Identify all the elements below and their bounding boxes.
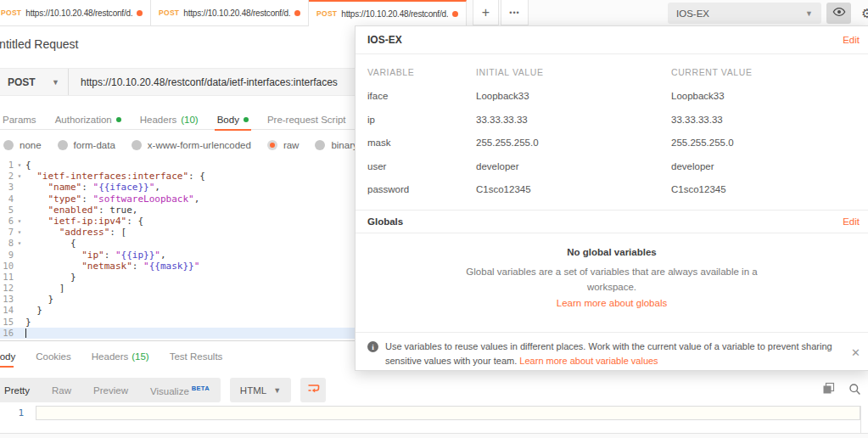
radio-icon <box>3 140 14 150</box>
close-icon[interactable]: ✕ <box>851 346 860 359</box>
variable-name: ip <box>367 109 476 132</box>
wrap-lines-icon <box>307 382 320 398</box>
url-input[interactable]: https://10.10.20.48/restconf/data/ietf-i… <box>69 76 338 88</box>
fold-caret-icon[interactable]: ▾ <box>14 238 25 249</box>
environment-selector[interactable]: IOS-EX ▼ <box>668 3 821 24</box>
column-variable: VARIABLE <box>367 59 476 85</box>
line-number: 12 <box>0 283 14 294</box>
edit-globals-link[interactable]: Edit <box>843 216 860 227</box>
tab-pre-request-script[interactable]: Pre-request Script <box>258 109 356 130</box>
fold-caret-icon[interactable]: ▾ <box>14 160 25 171</box>
line-number: 11 <box>0 272 14 283</box>
variable-row: mask255.255.255.0255.255.255.0 <box>367 132 856 155</box>
code-text: "ip": "{{ip}}", <box>25 250 166 261</box>
mode-form-data[interactable]: form-data <box>58 140 115 150</box>
code-text: "ietf-interfaces:interface": { <box>25 171 205 182</box>
fold-caret-icon[interactable]: ▾ <box>14 227 25 238</box>
learn-more-variable-values-link[interactable]: Learn more about variable values <box>519 356 658 366</box>
variable-row: ip33.33.33.3333.33.33.33 <box>367 109 856 132</box>
tab-strip: POST https://10.10.20.48/restconf/d... P… <box>0 0 868 26</box>
code-text: "address": [ <box>25 227 126 238</box>
tab-authorization[interactable]: Authorization <box>46 109 131 130</box>
environment-name: IOS-EX <box>676 8 709 19</box>
response-body-line[interactable] <box>36 406 860 420</box>
view-toggle-group: Pretty Raw Preview VisualizeBETA <box>0 378 221 402</box>
tab-url-label: https://10.10.20.48/restconf/d... <box>183 8 290 18</box>
response-tab-cookies[interactable]: Cookies <box>25 344 81 369</box>
line-number: 6 <box>0 216 14 227</box>
radio-selected-icon <box>267 140 277 150</box>
gutter-spacer <box>14 194 25 205</box>
line-number: 1 <box>0 160 14 171</box>
environment-quicklook-button[interactable] <box>826 3 851 24</box>
code-text: ] <box>25 283 64 294</box>
radio-icon <box>58 140 68 150</box>
beta-badge: BETA <box>192 385 210 392</box>
code-text: } <box>25 294 53 305</box>
variable-initial-value: Loopback33 <box>476 85 671 109</box>
line-number: 2 <box>0 171 14 182</box>
response-tab-test-results[interactable]: Test Results <box>160 344 233 369</box>
search-response-button[interactable] <box>848 383 861 399</box>
request-tab-1[interactable]: POST https://10.10.20.48/restconf/d... <box>0 0 151 26</box>
tab-options-button[interactable]: ••• <box>501 0 529 25</box>
mode-binary[interactable]: binary <box>315 140 357 150</box>
edit-environment-link[interactable]: Edit <box>843 35 860 45</box>
request-tab-2[interactable]: POST https://10.10.20.48/restconf/d... <box>151 0 309 26</box>
mode-none[interactable]: none <box>3 140 42 150</box>
variable-current-value: 255.255.255.0 <box>671 132 856 155</box>
gutter-spacer <box>14 205 25 216</box>
request-title: Untitled Request <box>0 37 79 51</box>
gutter-spacer <box>14 328 25 339</box>
variable-initial-value: 255.255.255.0 <box>476 132 671 155</box>
text-cursor <box>25 328 26 338</box>
variable-name: mask <box>367 132 476 155</box>
fold-caret-icon[interactable]: ▾ <box>14 216 25 227</box>
response-tab-body[interactable]: Body <box>0 344 25 369</box>
view-visualize[interactable]: VisualizeBETA <box>139 385 221 396</box>
line-number: 7 <box>0 227 14 238</box>
gear-icon: ⚙ <box>861 6 868 21</box>
status-dot-icon <box>116 117 121 122</box>
status-dot-icon <box>244 117 249 122</box>
tab-method-label: POST <box>316 9 337 18</box>
column-current-value: CURRENT VALUE <box>671 59 856 85</box>
variable-initial-value: C1sco12345 <box>476 178 671 202</box>
method-dropdown[interactable]: POST ▼ <box>0 69 69 95</box>
method-label: POST <box>8 76 36 88</box>
variables-info-banner: i Use variables to reuse values in diffe… <box>356 332 868 371</box>
variable-row: userdeveloperdeveloper <box>367 155 856 179</box>
variable-initial-value: developer <box>476 155 671 179</box>
request-tab-3-active[interactable]: POST https://10.10.20.48/restconf/d... <box>309 0 467 26</box>
tab-params[interactable]: Params <box>0 109 46 130</box>
settings-button[interactable]: ⚙ <box>856 3 868 24</box>
tab-url-label: https://10.10.20.48/restconf/d... <box>25 8 132 18</box>
chevron-down-icon: ▼ <box>52 78 59 87</box>
fold-caret-icon[interactable]: ▾ <box>14 171 25 182</box>
learn-more-globals-link[interactable]: Learn more about globals <box>356 298 868 308</box>
variables-table-header: VARIABLE INITIAL VALUE CURRENT VALUE <box>367 59 856 85</box>
response-tab-headers[interactable]: Headers(15) <box>81 344 160 369</box>
eye-icon <box>832 5 846 22</box>
view-pretty[interactable]: Pretty <box>0 385 41 396</box>
unsaved-dot-icon <box>294 10 300 16</box>
wrap-lines-button[interactable] <box>300 378 326 402</box>
line-number: 9 <box>0 250 14 261</box>
line-number: 4 <box>0 194 14 205</box>
body-mode-row: none form-data x-www-form-urlencoded raw… <box>3 134 384 156</box>
code-text: { <box>25 160 31 171</box>
tab-headers[interactable]: Headers(10) <box>131 109 208 130</box>
variable-current-value: Loopback33 <box>671 85 856 109</box>
tab-body[interactable]: Body <box>208 109 258 130</box>
panel-header: IOS-EX Edit <box>356 26 868 54</box>
format-dropdown[interactable]: HTML ▼ <box>230 378 291 402</box>
copy-response-button[interactable] <box>822 382 836 399</box>
gutter-spacer <box>14 250 25 261</box>
new-tab-button[interactable]: + <box>473 0 499 25</box>
view-raw[interactable]: Raw <box>41 385 82 396</box>
mode-x-www-form-urlencoded[interactable]: x-www-form-urlencoded <box>132 140 251 150</box>
view-preview[interactable]: Preview <box>82 385 139 396</box>
mode-raw[interactable]: raw <box>267 140 300 150</box>
globals-empty-state: No global variables Global variables are… <box>356 233 868 332</box>
environment-title: IOS-EX <box>367 34 402 46</box>
